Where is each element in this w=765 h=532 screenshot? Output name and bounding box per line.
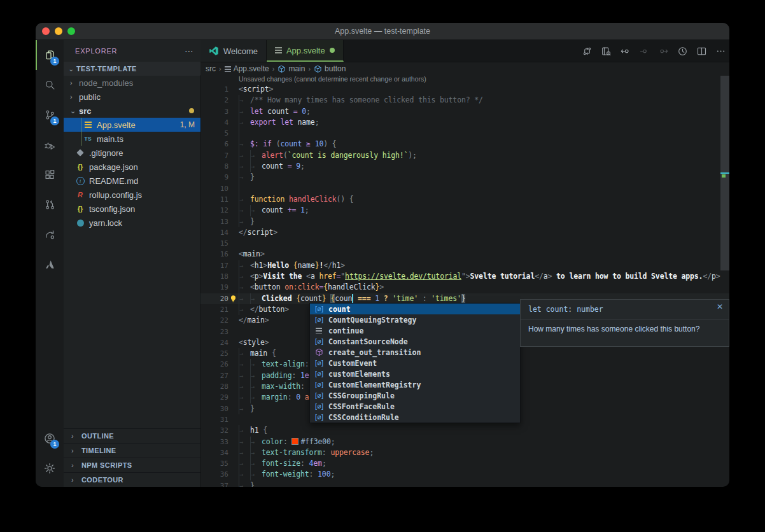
- tree-item-App.svelte[interactable]: App.svelte1, M: [64, 118, 200, 132]
- suggest-item-CustomElementRegistry[interactable]: [∅]CustomElementRegistry: [310, 379, 520, 390]
- code-token: ;: [369, 448, 374, 457]
- code-line-2[interactable]: 2/** How many times has someone clicked …: [200, 95, 729, 106]
- code-token: >: [379, 283, 384, 291]
- suggest-label: customElements: [328, 370, 390, 379]
- suggest-label: CSSConditionRule: [328, 413, 399, 422]
- activity-item-extensions[interactable]: [36, 160, 64, 190]
- split-editor-icon[interactable]: [697, 46, 706, 56]
- tree-item-public[interactable]: ›public: [64, 90, 200, 104]
- code-line-15[interactable]: 15: [200, 238, 729, 249]
- codelens-unsaved-changes[interactable]: Unsaved changes (cannot determine recent…: [239, 75, 426, 83]
- suggest-item-CSSFontFaceRule[interactable]: [∅]CSSFontFaceRule: [310, 401, 520, 412]
- tree-item-package.json[interactable]: {}package.json: [64, 160, 200, 174]
- suggest-item-count[interactable]: [∅]count: [310, 304, 520, 314]
- code-line-1[interactable]: 1<script>: [200, 84, 729, 95]
- code-line-3[interactable]: 3let count = 0;: [200, 106, 729, 117]
- code-line-17[interactable]: 17<h1>Hello {name}!</h1>: [200, 260, 729, 271]
- open-changes-icon[interactable]: [601, 46, 611, 56]
- code-line-19[interactable]: 19<button on:click={handleClick}>: [200, 282, 729, 293]
- suggest-item-CustomEvent[interactable]: [∅]CustomEvent: [310, 358, 520, 368]
- breadcrumb-src[interactable]: src: [206, 64, 216, 73]
- code-line-14[interactable]: 14</script>: [200, 227, 729, 238]
- suggest-item-ConstantSourceNode[interactable]: [∅]ConstantSourceNode: [310, 336, 520, 347]
- tab-welcome[interactable]: Welcome: [200, 40, 267, 62]
- line-number: 3: [200, 106, 228, 117]
- close-icon[interactable]: ✕: [717, 302, 723, 311]
- code-line-33[interactable]: 33color: #ff3e00;: [200, 437, 729, 447]
- tab-app-svelte[interactable]: App.svelte: [267, 40, 344, 62]
- code-line-5[interactable]: 5: [200, 128, 729, 139]
- tree-root-folder[interactable]: ⌄ TEST-TEMPLATE: [64, 62, 200, 76]
- tree-item-main.ts[interactable]: TSmain.ts: [64, 132, 200, 146]
- line-number: 20: [200, 293, 228, 304]
- code-token: 0: [296, 393, 300, 402]
- code-line-18[interactable]: 18<p>Visit the <a href="https://svelte.d…: [200, 271, 729, 282]
- activity-item-source-control[interactable]: 1: [36, 100, 64, 130]
- code-token: >: [265, 316, 269, 325]
- previous-diff-icon[interactable]: [640, 46, 649, 56]
- tree-item-yarn.lock[interactable]: yarn.lock: [64, 216, 200, 230]
- activity-item-azure[interactable]: [36, 249, 64, 279]
- activity-item-explorer[interactable]: 1: [36, 40, 64, 70]
- code-line-32[interactable]: 32h1 {: [200, 425, 729, 436]
- tab-whitespace: [250, 161, 262, 172]
- code-line-8[interactable]: 8count = 9;: [200, 161, 729, 172]
- code-line-4[interactable]: 4export let name;: [200, 117, 729, 128]
- more-actions-icon[interactable]: ⋯: [185, 46, 194, 56]
- code-token: #ff3e00: [300, 437, 330, 446]
- suggest-item-create_out_transition[interactable]: create_out_transition: [310, 347, 520, 358]
- code-line-7[interactable]: 7alert(`count is dangerously high!`);: [200, 150, 729, 161]
- code-line-6[interactable]: 6$: if (count ≥ 10) {: [200, 139, 729, 150]
- suggest-item-CSSConditionRule[interactable]: [∅]CSSConditionRule: [310, 412, 520, 423]
- activity-item-accounts[interactable]: 1: [36, 423, 64, 453]
- suggest-label: CSSFontFaceRule: [328, 402, 395, 411]
- next-diff-icon[interactable]: [659, 46, 668, 56]
- code-editor[interactable]: Unsaved changes (cannot determine recent…: [200, 74, 729, 487]
- code-line-35[interactable]: 35font-size: 4em;: [200, 458, 729, 469]
- suggest-item-CSSGroupingRule[interactable]: [∅]CSSGroupingRule: [310, 390, 520, 401]
- compare-changes-icon[interactable]: [582, 46, 592, 56]
- tab-whitespace: [239, 106, 250, 117]
- suggest-item-customElements[interactable]: [∅]customElements: [310, 368, 520, 379]
- code-line-36[interactable]: 36font-weight: 100;: [200, 469, 729, 480]
- code-line-10[interactable]: 10: [200, 183, 729, 194]
- chevron-right-icon: ›: [71, 432, 78, 440]
- suggest-item-continue[interactable]: continue: [310, 325, 520, 336]
- activity-item-run-debug[interactable]: [36, 130, 64, 160]
- tree-item-README.md[interactable]: iREADME.md: [64, 174, 200, 188]
- section-timeline[interactable]: ›TIMELINE: [64, 443, 200, 458]
- tree-item-node_modules[interactable]: ›node_modules: [64, 76, 200, 90]
- azure-icon: [45, 259, 55, 270]
- activity-item-settings[interactable]: [36, 453, 64, 483]
- previous-change-icon[interactable]: [621, 46, 630, 56]
- activity-item-search[interactable]: [36, 70, 64, 100]
- svelte-file-icon: [275, 47, 282, 53]
- more-actions-icon[interactable]: [716, 46, 726, 56]
- lightbulb-icon[interactable]: [229, 295, 237, 303]
- tree-item-rollup.config.js[interactable]: Rrollup.config.js: [64, 188, 200, 202]
- tree-item-tsconfig.json[interactable]: {}tsconfig.json: [64, 202, 200, 216]
- section-outline[interactable]: ›OUTLINE: [64, 428, 200, 443]
- code-line-9[interactable]: 9}: [200, 172, 729, 183]
- code-line-34[interactable]: 34text-transform: uppercase;: [200, 447, 729, 458]
- activity-item-live-share[interactable]: [36, 220, 64, 249]
- breadcrumb-main[interactable]: main: [277, 64, 305, 73]
- breadcrumb-separator: ›: [219, 65, 221, 73]
- tree-item-src[interactable]: ⌄src: [64, 104, 200, 118]
- code-line-13[interactable]: 13}: [200, 216, 729, 227]
- breadcrumb-app-svelte[interactable]: App.svelte: [225, 64, 269, 73]
- timeline-icon[interactable]: [678, 46, 687, 56]
- section-npm-scripts[interactable]: ›NPM SCRIPTS: [64, 458, 200, 472]
- activity-item-github-pull-requests[interactable]: [36, 190, 64, 220]
- code-line-11[interactable]: 11function handleClick() {: [200, 194, 729, 205]
- breadcrumb: src›App.svelte›main›button: [200, 62, 729, 75]
- code-line-16[interactable]: 16<main>: [200, 249, 729, 260]
- tab-whitespace: [239, 95, 250, 106]
- code-line-37[interactable]: 37}: [200, 480, 729, 487]
- code-line-12[interactable]: 12count += 1;: [200, 205, 729, 216]
- suggest-item-CountQueuingStrategy[interactable]: [∅]CountQueuingStrategy: [310, 314, 520, 325]
- breadcrumb-button[interactable]: button: [314, 64, 346, 73]
- section-codetour[interactable]: ›CODETOUR: [64, 472, 200, 487]
- tree-item-.gitignore[interactable]: .gitignore: [64, 146, 200, 160]
- root-folder-label: TEST-TEMPLATE: [76, 65, 137, 73]
